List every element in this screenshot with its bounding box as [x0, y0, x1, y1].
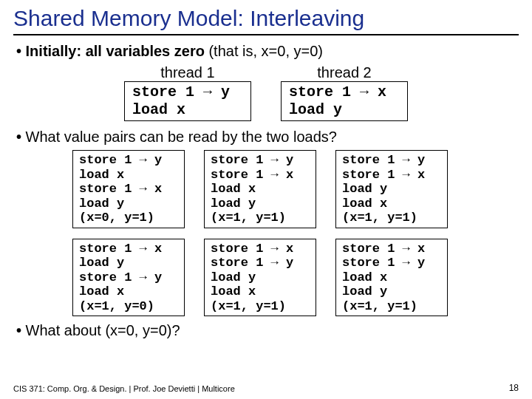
bullet-question-text: What value pairs can be read by the two … [26, 129, 337, 145]
bullet-initially-bold: Initially: all variables zero [26, 43, 209, 59]
thread-1-head: thread 1 [124, 64, 251, 81]
thread-1-col: thread 1 store 1 → y load x [124, 64, 251, 121]
grid-cell: store 1 → y load x store 1 → x load y (x… [72, 150, 185, 228]
grid-cell: store 1 → y store 1 → x load x load y (x… [204, 150, 316, 228]
thread-2-head: thread 2 [281, 64, 408, 81]
grid-row-0: store 1 → y load x store 1 → x load y (x… [72, 150, 519, 228]
thread-2-box: store 1 → x load y [281, 81, 408, 121]
slide-title: Shared Memory Model: Interleaving [13, 6, 519, 35]
bullet-followup: What about (x=0, y=0)? [16, 322, 519, 339]
thread-2-col: thread 2 store 1 → x load y [281, 64, 408, 121]
slide-footer: CIS 371: Comp. Org. & Design. | Prof. Jo… [13, 384, 235, 393]
bullet-followup-text: What about (x=0, y=0)? [26, 322, 180, 338]
thread-1-box: store 1 → y load x [124, 81, 251, 121]
bullet-initially-rest: (that is, x=0, y=0) [208, 43, 323, 59]
interleavings-grid: store 1 → y load x store 1 → x load y (x… [72, 150, 519, 316]
bullet-initially: Initially: all variables zero (that is, … [16, 43, 519, 60]
page-number: 18 [509, 383, 519, 393]
grid-cell: store 1 → x store 1 → y load y load x (x… [204, 239, 316, 317]
grid-row-1: store 1 → x load y store 1 → y load x (x… [72, 239, 519, 317]
grid-cell: store 1 → x load y store 1 → y load x (x… [72, 239, 185, 317]
grid-cell: store 1 → y store 1 → x load y load x (x… [335, 150, 448, 228]
slide: Shared Memory Model: Interleaving Initia… [0, 0, 532, 399]
grid-cell: store 1 → x store 1 → y load x load y (x… [335, 239, 448, 317]
bullet-question: What value pairs can be read by the two … [16, 129, 519, 146]
threads-row: thread 1 store 1 → y load x thread 2 sto… [13, 64, 519, 121]
